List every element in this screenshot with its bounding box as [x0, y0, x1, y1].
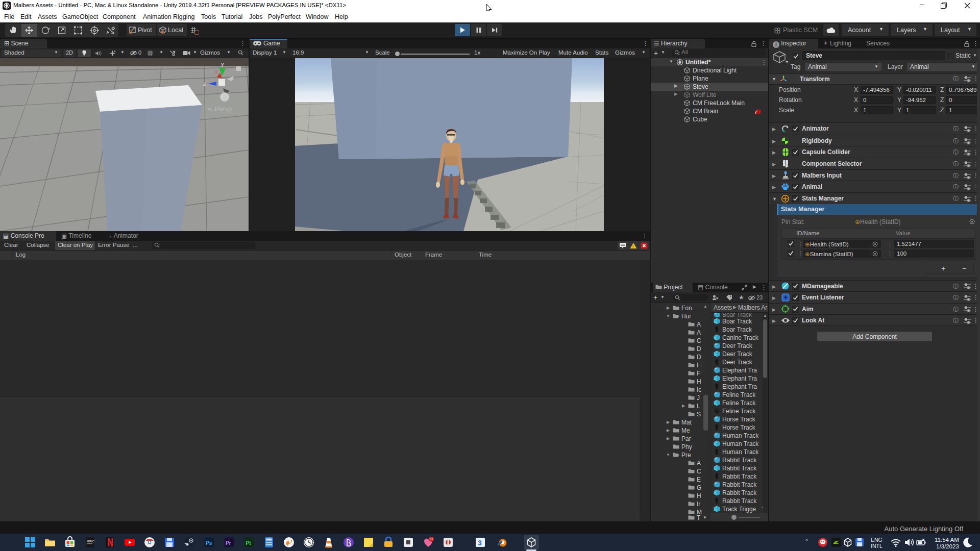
svg-text:EPIC: EPIC [87, 540, 95, 543]
svg-text:Pt: Pt [246, 540, 252, 546]
svg-text:Pr: Pr [226, 540, 231, 546]
svg-text:y: y [221, 61, 224, 67]
svg-text:9+: 9+ [430, 537, 434, 541]
svg-text:!: ! [632, 244, 633, 249]
svg-text:⋖ Persp: ⋖ Persp [207, 105, 232, 113]
svg-text:z: z [203, 81, 206, 87]
svg-text:x: x [215, 69, 217, 74]
svg-text:Ps: Ps [206, 540, 212, 546]
svg-text:3: 3 [478, 539, 482, 547]
